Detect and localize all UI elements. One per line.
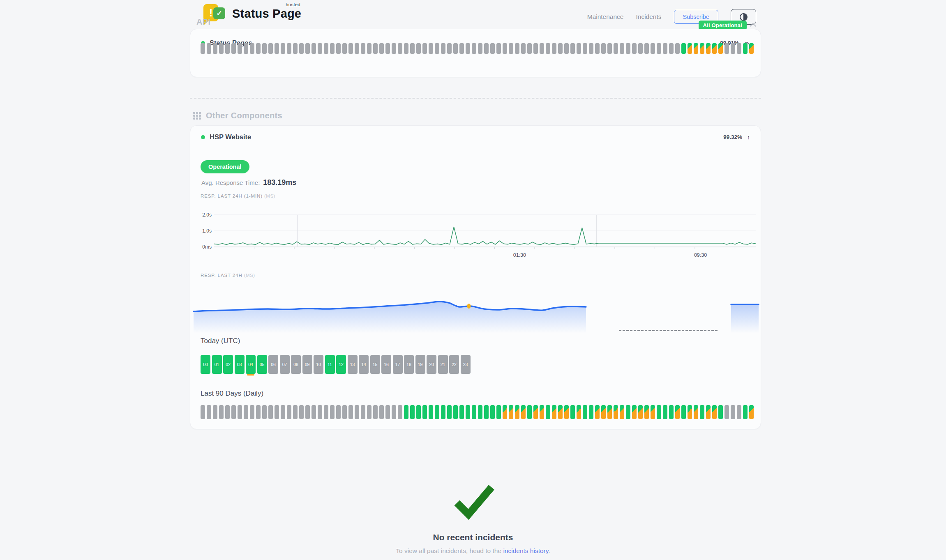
- uptime-bar[interactable]: [453, 405, 458, 419]
- hour-block-10[interactable]: 10: [314, 355, 323, 374]
- hour-block-15[interactable]: 15: [370, 355, 380, 374]
- uptime-bar[interactable]: [620, 405, 624, 419]
- uptime-bar[interactable]: [207, 405, 211, 419]
- uptime-bar[interactable]: [311, 43, 316, 54]
- arrow-up-icon[interactable]: ↑: [747, 134, 750, 141]
- uptime-bar[interactable]: [644, 43, 649, 54]
- uptime-bar[interactable]: [429, 405, 433, 419]
- uptime-bar[interactable]: [256, 43, 261, 54]
- uptime-bar[interactable]: [422, 405, 427, 419]
- uptime-bar[interactable]: [743, 405, 748, 419]
- uptime-bar[interactable]: [262, 43, 267, 54]
- uptime-bar[interactable]: [244, 405, 248, 419]
- uptime-bar[interactable]: [546, 43, 550, 54]
- uptime-bar[interactable]: [201, 405, 205, 419]
- uptime-bar[interactable]: [669, 43, 674, 54]
- uptime-bar[interactable]: [515, 405, 519, 419]
- uptime-bar[interactable]: [478, 43, 482, 54]
- uptime-bar[interactable]: [706, 43, 711, 54]
- uptime-bar[interactable]: [336, 405, 341, 419]
- uptime-bar[interactable]: [293, 43, 298, 54]
- uptime-bar[interactable]: [416, 405, 421, 419]
- uptime-bar[interactable]: [749, 405, 754, 419]
- uptime-bar[interactable]: [293, 405, 298, 419]
- uptime-bar[interactable]: [287, 405, 291, 419]
- uptime-bar[interactable]: [626, 43, 630, 54]
- component-row[interactable]: HSP Website 99.32% ↑: [190, 133, 761, 141]
- uptime-bar[interactable]: [459, 43, 464, 54]
- uptime-bar[interactable]: [724, 43, 729, 54]
- uptime-bar[interactable]: [509, 405, 513, 419]
- uptime-bar[interactable]: [570, 405, 575, 419]
- uptime-bar[interactable]: [250, 405, 254, 419]
- uptime-bar[interactable]: [712, 405, 717, 419]
- uptime-bar[interactable]: [342, 405, 347, 419]
- uptime-bar[interactable]: [638, 405, 643, 419]
- today-hour-blocks[interactable]: 0001020304050607080910111213141516171819…: [201, 355, 471, 374]
- uptime-bar[interactable]: [503, 43, 507, 54]
- uptime-bar[interactable]: [355, 405, 359, 419]
- uptime-bar[interactable]: [367, 43, 371, 54]
- uptime-bar[interactable]: [601, 405, 606, 419]
- uptime-bar[interactable]: [244, 43, 248, 54]
- uptime-bar[interactable]: [595, 43, 600, 54]
- uptime-bar[interactable]: [268, 405, 273, 419]
- uptime-bar[interactable]: [299, 405, 304, 419]
- uptime-bar[interactable]: [466, 43, 470, 54]
- uptime-bar[interactable]: [570, 43, 575, 54]
- uptime-bar[interactable]: [540, 43, 544, 54]
- uptime-bar[interactable]: [681, 405, 686, 419]
- uptime-bar[interactable]: [737, 43, 741, 54]
- hour-block-20[interactable]: 20: [427, 355, 436, 374]
- uptime-bar[interactable]: [441, 405, 445, 419]
- uptime-bar[interactable]: [299, 43, 304, 54]
- uptime-bar[interactable]: [731, 43, 735, 54]
- uptime-bar[interactable]: [552, 405, 556, 419]
- uptime-bar[interactable]: [330, 405, 335, 419]
- uptime-bar[interactable]: [225, 43, 230, 54]
- uptime-bar[interactable]: [318, 43, 322, 54]
- uptime-bar[interactable]: [688, 405, 692, 419]
- uptime-bar[interactable]: [533, 405, 538, 419]
- uptime-bar[interactable]: [410, 405, 415, 419]
- uptime-bar[interactable]: [318, 405, 322, 419]
- uptime-bar[interactable]: [213, 43, 217, 54]
- brand-logo[interactable]: ! ✓ hosted Status Page: [203, 3, 301, 24]
- uptime-bar[interactable]: [533, 43, 538, 54]
- uptime-bar[interactable]: [638, 43, 643, 54]
- uptime-bar[interactable]: [614, 405, 618, 419]
- uptime-bar[interactable]: [447, 405, 452, 419]
- hour-block-04[interactable]: 04: [246, 355, 256, 374]
- uptime-bar[interactable]: [238, 43, 242, 54]
- uptime-bar[interactable]: [422, 43, 427, 54]
- hour-block-01[interactable]: 01: [212, 355, 222, 374]
- uptime-bar[interactable]: [490, 43, 495, 54]
- uptime-bar[interactable]: [644, 405, 649, 419]
- hour-block-12[interactable]: 12: [336, 355, 346, 374]
- uptime-bar[interactable]: [731, 405, 735, 419]
- uptime-bar[interactable]: [429, 43, 433, 54]
- uptime-bar[interactable]: [441, 43, 445, 54]
- hour-block-03[interactable]: 03: [235, 355, 245, 374]
- uptime-bar[interactable]: [231, 405, 236, 419]
- hour-block-06[interactable]: 06: [268, 355, 278, 374]
- incidents-history-link[interactable]: incidents history: [503, 547, 548, 554]
- hour-block-18[interactable]: 18: [404, 355, 414, 374]
- uptime-bar[interactable]: [558, 43, 563, 54]
- uptime-bar[interactable]: [275, 405, 279, 419]
- uptime-bar[interactable]: [743, 43, 748, 54]
- uptime-bar[interactable]: [336, 43, 341, 54]
- uptime-bar[interactable]: [311, 405, 316, 419]
- uptime-bar[interactable]: [564, 405, 569, 419]
- uptime-bar[interactable]: [256, 405, 261, 419]
- uptime-bar[interactable]: [342, 43, 347, 54]
- uptime-bar[interactable]: [287, 43, 291, 54]
- hour-block-08[interactable]: 08: [291, 355, 301, 374]
- uptime-bar[interactable]: [496, 405, 501, 419]
- uptime-bar[interactable]: [459, 405, 464, 419]
- uptime-bar[interactable]: [416, 43, 421, 54]
- uptime-bar[interactable]: [589, 405, 593, 419]
- uptime-bar[interactable]: [268, 43, 273, 54]
- uptime-bar[interactable]: [490, 405, 495, 419]
- uptime-bar[interactable]: [348, 405, 353, 419]
